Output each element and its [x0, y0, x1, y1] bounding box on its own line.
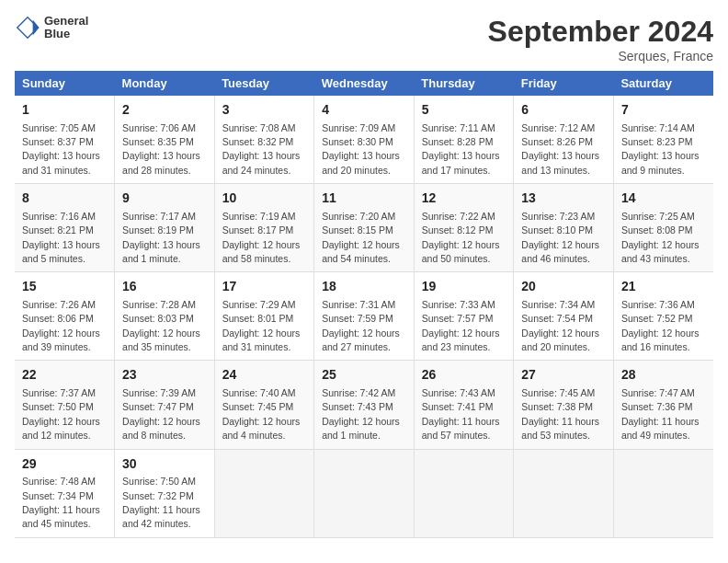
- calendar-cell: 3Sunrise: 7:08 AMSunset: 8:32 PMDaylight…: [214, 96, 314, 184]
- calendar-cell: 4Sunrise: 7:09 AMSunset: 8:30 PMDaylight…: [314, 96, 415, 184]
- day-info: Sunrise: 7:34 AMSunset: 7:54 PMDaylight:…: [521, 299, 599, 352]
- day-info: Sunrise: 7:42 AMSunset: 7:43 PMDaylight:…: [322, 387, 400, 441]
- location: Serques, France: [488, 49, 713, 63]
- day-info: Sunrise: 7:33 AMSunset: 7:57 PMDaylight:…: [422, 299, 500, 352]
- day-info: Sunrise: 7:48 AMSunset: 7:34 PMDaylight:…: [22, 476, 100, 529]
- calendar-cell: 20Sunrise: 7:34 AMSunset: 7:54 PMDayligh…: [514, 272, 614, 361]
- logo: General Blue: [15, 15, 88, 41]
- day-number: 29: [22, 455, 107, 474]
- day-number: 14: [621, 190, 706, 208]
- col-header-sunday: Sunday: [15, 71, 115, 96]
- calendar-cell: 9Sunrise: 7:17 AMSunset: 8:19 PMDaylight…: [115, 184, 215, 272]
- calendar-cell: 16Sunrise: 7:28 AMSunset: 8:03 PMDayligh…: [115, 272, 215, 361]
- col-header-saturday: Saturday: [613, 71, 713, 96]
- calendar-cell: 13Sunrise: 7:23 AMSunset: 8:10 PMDayligh…: [514, 184, 614, 272]
- day-info: Sunrise: 7:05 AMSunset: 8:37 PMDaylight:…: [22, 122, 100, 176]
- day-info: Sunrise: 7:17 AMSunset: 8:19 PMDaylight:…: [122, 211, 200, 264]
- day-info: Sunrise: 7:26 AMSunset: 8:06 PMDaylight:…: [22, 299, 100, 352]
- day-number: 21: [621, 278, 706, 296]
- calendar-cell: 19Sunrise: 7:33 AMSunset: 7:57 PMDayligh…: [414, 272, 514, 361]
- day-info: Sunrise: 7:16 AMSunset: 8:21 PMDaylight:…: [22, 211, 100, 264]
- calendar-cell: 8Sunrise: 7:16 AMSunset: 8:21 PMDaylight…: [15, 184, 115, 272]
- calendar-week-row: 1Sunrise: 7:05 AMSunset: 8:37 PMDaylight…: [15, 96, 713, 184]
- day-number: 15: [22, 278, 107, 296]
- day-number: 16: [122, 278, 207, 296]
- day-info: Sunrise: 7:22 AMSunset: 8:12 PMDaylight:…: [422, 211, 500, 264]
- col-header-wednesday: Wednesday: [314, 71, 415, 96]
- logo-icon: [15, 15, 40, 40]
- day-number: 18: [322, 278, 406, 296]
- day-info: Sunrise: 7:20 AMSunset: 8:15 PMDaylight:…: [322, 211, 400, 264]
- day-info: Sunrise: 7:25 AMSunset: 8:08 PMDaylight:…: [621, 211, 700, 264]
- calendar-cell: 21Sunrise: 7:36 AMSunset: 7:52 PMDayligh…: [613, 272, 713, 361]
- day-number: 13: [521, 190, 606, 208]
- day-info: Sunrise: 7:29 AMSunset: 8:01 PMDaylight:…: [222, 299, 301, 352]
- calendar-cell: 25Sunrise: 7:42 AMSunset: 7:43 PMDayligh…: [314, 361, 415, 449]
- day-info: Sunrise: 7:50 AMSunset: 7:32 PMDaylight:…: [122, 476, 200, 529]
- calendar-cell: 18Sunrise: 7:31 AMSunset: 7:59 PMDayligh…: [314, 272, 415, 361]
- calendar-cell: 22Sunrise: 7:37 AMSunset: 7:50 PMDayligh…: [15, 361, 115, 449]
- calendar-week-row: 22Sunrise: 7:37 AMSunset: 7:50 PMDayligh…: [15, 361, 713, 449]
- page-header: General Blue September 2024 Serques, Fra…: [15, 15, 713, 63]
- day-number: 11: [322, 190, 406, 208]
- day-info: Sunrise: 7:08 AMSunset: 8:32 PMDaylight:…: [222, 122, 301, 176]
- day-number: 24: [222, 366, 307, 385]
- day-number: 17: [222, 278, 307, 296]
- calendar-cell: 12Sunrise: 7:22 AMSunset: 8:12 PMDayligh…: [414, 184, 514, 272]
- calendar-cell: 27Sunrise: 7:45 AMSunset: 7:38 PMDayligh…: [514, 361, 614, 449]
- day-info: Sunrise: 7:47 AMSunset: 7:36 PMDaylight:…: [621, 387, 700, 441]
- calendar-cell: 28Sunrise: 7:47 AMSunset: 7:36 PMDayligh…: [613, 361, 713, 449]
- col-header-friday: Friday: [514, 71, 614, 96]
- day-number: 5: [422, 101, 506, 120]
- day-number: 3: [222, 101, 307, 120]
- day-info: Sunrise: 7:45 AMSunset: 7:38 PMDaylight:…: [521, 387, 599, 441]
- day-number: 28: [621, 366, 706, 385]
- calendar-cell: 1Sunrise: 7:05 AMSunset: 8:37 PMDaylight…: [15, 96, 115, 184]
- day-number: 22: [22, 366, 107, 385]
- day-info: Sunrise: 7:06 AMSunset: 8:35 PMDaylight:…: [122, 122, 200, 176]
- calendar-cell: [514, 449, 614, 537]
- calendar-cell: [214, 449, 314, 537]
- day-number: 19: [422, 278, 506, 296]
- logo-text: General Blue: [44, 15, 88, 41]
- calendar-cell: [613, 449, 713, 537]
- day-info: Sunrise: 7:14 AMSunset: 8:23 PMDaylight:…: [621, 122, 700, 176]
- day-info: Sunrise: 7:40 AMSunset: 7:45 PMDaylight:…: [222, 387, 301, 441]
- calendar-cell: 15Sunrise: 7:26 AMSunset: 8:06 PMDayligh…: [15, 272, 115, 361]
- day-info: Sunrise: 7:43 AMSunset: 7:41 PMDaylight:…: [422, 387, 500, 441]
- day-info: Sunrise: 7:09 AMSunset: 8:30 PMDaylight:…: [322, 122, 400, 176]
- col-header-tuesday: Tuesday: [214, 71, 314, 96]
- day-number: 6: [521, 101, 606, 120]
- month-title: September 2024: [488, 15, 713, 49]
- calendar-cell: [314, 449, 415, 537]
- day-number: 2: [122, 101, 207, 120]
- calendar-week-row: 8Sunrise: 7:16 AMSunset: 8:21 PMDaylight…: [15, 184, 713, 272]
- day-info: Sunrise: 7:11 AMSunset: 8:28 PMDaylight:…: [422, 122, 500, 176]
- day-number: 25: [322, 366, 406, 385]
- day-number: 7: [621, 101, 706, 120]
- day-info: Sunrise: 7:28 AMSunset: 8:03 PMDaylight:…: [122, 299, 200, 352]
- day-number: 30: [122, 455, 207, 474]
- day-number: 27: [521, 366, 606, 385]
- calendar-week-row: 15Sunrise: 7:26 AMSunset: 8:06 PMDayligh…: [15, 272, 713, 361]
- day-info: Sunrise: 7:31 AMSunset: 7:59 PMDaylight:…: [322, 299, 400, 352]
- day-info: Sunrise: 7:19 AMSunset: 8:17 PMDaylight:…: [222, 211, 301, 264]
- calendar-cell: 6Sunrise: 7:12 AMSunset: 8:26 PMDaylight…: [514, 96, 614, 184]
- day-number: 1: [22, 101, 107, 120]
- title-block: September 2024 Serques, France: [488, 15, 713, 63]
- day-info: Sunrise: 7:23 AMSunset: 8:10 PMDaylight:…: [521, 211, 599, 264]
- calendar-table: SundayMondayTuesdayWednesdayThursdayFrid…: [15, 71, 713, 538]
- day-number: 4: [322, 101, 406, 120]
- day-number: 10: [222, 190, 307, 208]
- calendar-cell: [414, 449, 514, 537]
- day-number: 23: [122, 366, 207, 385]
- calendar-header-row: SundayMondayTuesdayWednesdayThursdayFrid…: [15, 71, 713, 96]
- calendar-cell: 26Sunrise: 7:43 AMSunset: 7:41 PMDayligh…: [414, 361, 514, 449]
- day-number: 8: [22, 190, 107, 208]
- calendar-cell: 7Sunrise: 7:14 AMSunset: 8:23 PMDaylight…: [613, 96, 713, 184]
- calendar-cell: 11Sunrise: 7:20 AMSunset: 8:15 PMDayligh…: [314, 184, 415, 272]
- day-number: 26: [422, 366, 506, 385]
- calendar-cell: 24Sunrise: 7:40 AMSunset: 7:45 PMDayligh…: [214, 361, 314, 449]
- col-header-monday: Monday: [115, 71, 215, 96]
- calendar-cell: 29Sunrise: 7:48 AMSunset: 7:34 PMDayligh…: [15, 449, 115, 537]
